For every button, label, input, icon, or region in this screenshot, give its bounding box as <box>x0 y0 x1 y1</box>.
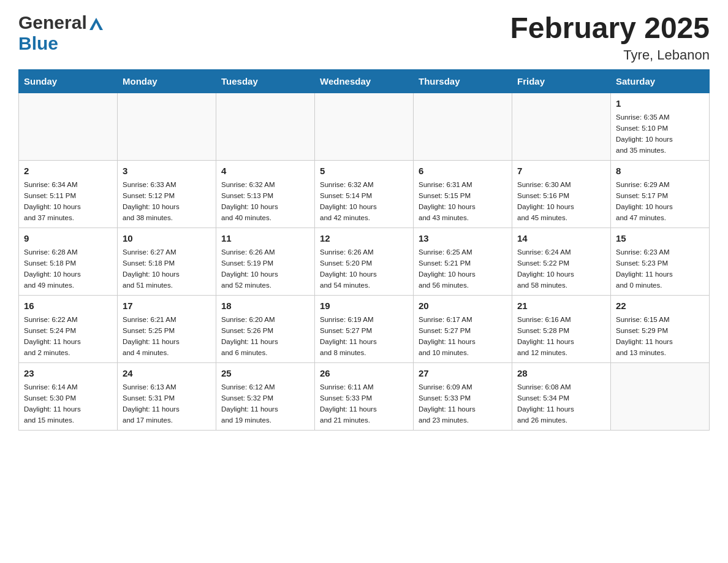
day-info: Sunrise: 6:19 AM Sunset: 5:27 PM Dayligh… <box>320 315 408 358</box>
calendar-cell <box>19 93 118 160</box>
day-info: Sunrise: 6:28 AM Sunset: 5:18 PM Dayligh… <box>24 247 112 291</box>
calendar-week-row: 9Sunrise: 6:28 AM Sunset: 5:18 PM Daylig… <box>19 228 710 295</box>
day-number: 24 <box>123 367 211 381</box>
logo-line1: General <box>18 12 103 33</box>
day-number: 25 <box>221 367 309 381</box>
calendar-cell <box>414 93 512 160</box>
calendar-cell: 23Sunrise: 6:14 AM Sunset: 5:30 PM Dayli… <box>19 362 118 430</box>
day-info: Sunrise: 6:23 AM Sunset: 5:23 PM Dayligh… <box>616 247 704 291</box>
calendar-cell: 24Sunrise: 6:13 AM Sunset: 5:31 PM Dayli… <box>118 362 216 430</box>
day-number: 11 <box>221 232 309 246</box>
day-number: 2 <box>24 164 112 178</box>
day-info: Sunrise: 6:29 AM Sunset: 5:17 PM Dayligh… <box>616 180 704 223</box>
day-number: 12 <box>320 232 408 246</box>
day-info: Sunrise: 6:34 AM Sunset: 5:11 PM Dayligh… <box>24 180 112 223</box>
calendar-cell: 21Sunrise: 6:16 AM Sunset: 5:28 PM Dayli… <box>512 295 611 362</box>
weekday-header-sunday: Sunday <box>19 69 118 93</box>
weekday-header-thursday: Thursday <box>414 69 512 93</box>
day-info: Sunrise: 6:30 AM Sunset: 5:16 PM Dayligh… <box>517 180 605 223</box>
calendar-cell: 11Sunrise: 6:26 AM Sunset: 5:19 PM Dayli… <box>216 228 315 295</box>
calendar-cell: 27Sunrise: 6:09 AM Sunset: 5:33 PM Dayli… <box>414 362 512 430</box>
day-info: Sunrise: 6:24 AM Sunset: 5:22 PM Dayligh… <box>517 247 605 291</box>
day-info: Sunrise: 6:09 AM Sunset: 5:33 PM Dayligh… <box>419 382 507 426</box>
calendar-cell: 2Sunrise: 6:34 AM Sunset: 5:11 PM Daylig… <box>19 160 118 228</box>
calendar-cell: 8Sunrise: 6:29 AM Sunset: 5:17 PM Daylig… <box>611 160 710 228</box>
day-number: 16 <box>24 299 112 313</box>
calendar-cell: 22Sunrise: 6:15 AM Sunset: 5:29 PM Dayli… <box>611 295 710 362</box>
day-number: 5 <box>320 164 408 178</box>
day-number: 15 <box>616 232 704 246</box>
day-info: Sunrise: 6:12 AM Sunset: 5:32 PM Dayligh… <box>221 382 309 426</box>
day-number: 13 <box>419 232 507 246</box>
day-number: 3 <box>123 164 211 178</box>
calendar-table: SundayMondayTuesdayWednesdayThursdayFrid… <box>18 69 710 431</box>
day-number: 20 <box>419 299 507 313</box>
day-number: 8 <box>616 164 704 178</box>
calendar-cell: 6Sunrise: 6:31 AM Sunset: 5:15 PM Daylig… <box>414 160 512 228</box>
calendar-cell: 10Sunrise: 6:27 AM Sunset: 5:18 PM Dayli… <box>118 228 216 295</box>
calendar-cell <box>315 93 414 160</box>
page-subtitle: Tyre, Lebanon <box>510 47 710 63</box>
calendar-week-row: 2Sunrise: 6:34 AM Sunset: 5:11 PM Daylig… <box>19 160 710 228</box>
logo-general: General <box>18 12 87 33</box>
day-info: Sunrise: 6:22 AM Sunset: 5:24 PM Dayligh… <box>24 315 112 358</box>
calendar-cell <box>611 362 710 430</box>
day-number: 22 <box>616 299 704 313</box>
calendar-week-row: 1Sunrise: 6:35 AM Sunset: 5:10 PM Daylig… <box>19 93 710 160</box>
day-number: 9 <box>24 232 112 246</box>
day-info: Sunrise: 6:25 AM Sunset: 5:21 PM Dayligh… <box>419 247 507 291</box>
day-number: 6 <box>419 164 507 178</box>
calendar-cell: 9Sunrise: 6:28 AM Sunset: 5:18 PM Daylig… <box>19 228 118 295</box>
calendar-cell: 3Sunrise: 6:33 AM Sunset: 5:12 PM Daylig… <box>118 160 216 228</box>
calendar-week-row: 23Sunrise: 6:14 AM Sunset: 5:30 PM Dayli… <box>19 362 710 430</box>
day-info: Sunrise: 6:16 AM Sunset: 5:28 PM Dayligh… <box>517 315 605 358</box>
day-number: 10 <box>123 232 211 246</box>
calendar-cell: 17Sunrise: 6:21 AM Sunset: 5:25 PM Dayli… <box>118 295 216 362</box>
calendar-cell: 28Sunrise: 6:08 AM Sunset: 5:34 PM Dayli… <box>512 362 611 430</box>
weekday-header-monday: Monday <box>118 69 216 93</box>
weekday-header-saturday: Saturday <box>611 69 710 93</box>
day-info: Sunrise: 6:35 AM Sunset: 5:10 PM Dayligh… <box>616 112 704 156</box>
day-info: Sunrise: 6:27 AM Sunset: 5:18 PM Dayligh… <box>123 247 211 291</box>
calendar-cell: 20Sunrise: 6:17 AM Sunset: 5:27 PM Dayli… <box>414 295 512 362</box>
day-info: Sunrise: 6:20 AM Sunset: 5:26 PM Dayligh… <box>221 315 309 358</box>
day-number: 19 <box>320 299 408 313</box>
weekday-header-tuesday: Tuesday <box>216 69 315 93</box>
calendar-cell: 26Sunrise: 6:11 AM Sunset: 5:33 PM Dayli… <box>315 362 414 430</box>
weekday-header-friday: Friday <box>512 69 611 93</box>
day-number: 1 <box>616 97 704 111</box>
logo-blue: Blue <box>18 33 58 54</box>
title-section: February 2025 Tyre, Lebanon <box>510 12 710 63</box>
calendar-cell: 5Sunrise: 6:32 AM Sunset: 5:14 PM Daylig… <box>315 160 414 228</box>
day-info: Sunrise: 6:31 AM Sunset: 5:15 PM Dayligh… <box>419 180 507 223</box>
day-number: 28 <box>517 367 605 381</box>
day-info: Sunrise: 6:32 AM Sunset: 5:13 PM Dayligh… <box>221 180 309 223</box>
day-info: Sunrise: 6:15 AM Sunset: 5:29 PM Dayligh… <box>616 315 704 358</box>
day-number: 17 <box>123 299 211 313</box>
logo-triangle-icon <box>89 18 103 33</box>
day-info: Sunrise: 6:26 AM Sunset: 5:20 PM Dayligh… <box>320 247 408 291</box>
page-title: February 2025 <box>510 12 710 45</box>
day-number: 26 <box>320 367 408 381</box>
day-info: Sunrise: 6:13 AM Sunset: 5:31 PM Dayligh… <box>123 382 211 426</box>
day-info: Sunrise: 6:14 AM Sunset: 5:30 PM Dayligh… <box>24 382 112 426</box>
calendar-header-row: SundayMondayTuesdayWednesdayThursdayFrid… <box>19 69 710 93</box>
calendar-cell <box>216 93 315 160</box>
weekday-header-wednesday: Wednesday <box>315 69 414 93</box>
calendar-cell: 7Sunrise: 6:30 AM Sunset: 5:16 PM Daylig… <box>512 160 611 228</box>
calendar-cell: 15Sunrise: 6:23 AM Sunset: 5:23 PM Dayli… <box>611 228 710 295</box>
day-info: Sunrise: 6:26 AM Sunset: 5:19 PM Dayligh… <box>221 247 309 291</box>
day-number: 18 <box>221 299 309 313</box>
calendar-cell <box>118 93 216 160</box>
day-info: Sunrise: 6:08 AM Sunset: 5:34 PM Dayligh… <box>517 382 605 426</box>
calendar-cell: 13Sunrise: 6:25 AM Sunset: 5:21 PM Dayli… <box>414 228 512 295</box>
calendar-cell <box>512 93 611 160</box>
day-info: Sunrise: 6:11 AM Sunset: 5:33 PM Dayligh… <box>320 382 408 426</box>
day-number: 14 <box>517 232 605 246</box>
calendar-cell: 14Sunrise: 6:24 AM Sunset: 5:22 PM Dayli… <box>512 228 611 295</box>
logo: General Blue <box>18 12 103 54</box>
calendar-cell: 19Sunrise: 6:19 AM Sunset: 5:27 PM Dayli… <box>315 295 414 362</box>
day-number: 23 <box>24 367 112 381</box>
calendar-cell: 1Sunrise: 6:35 AM Sunset: 5:10 PM Daylig… <box>611 93 710 160</box>
calendar-cell: 16Sunrise: 6:22 AM Sunset: 5:24 PM Dayli… <box>19 295 118 362</box>
